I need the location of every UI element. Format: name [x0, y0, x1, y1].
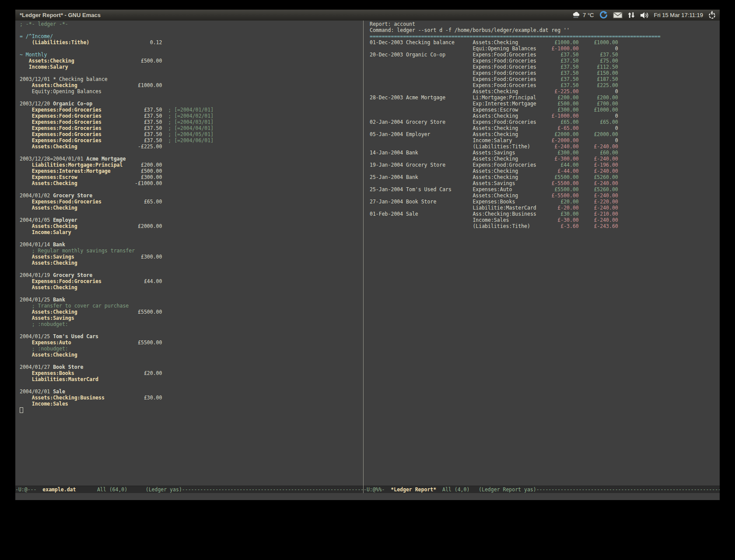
buffer-line: Expenses:Food:Groceries £37.50 ; [=2004/…	[20, 137, 359, 144]
report-row: Expens:Food:Groceries £37.50 £75.00	[370, 58, 718, 64]
report-row: Income:Salary £-2000.00 0	[370, 137, 718, 144]
report-row: Equi:Opening Balances £-1000.00 0	[370, 46, 718, 52]
buffer-line: Assets:Checking £1000.00	[20, 82, 359, 88]
report-row: 01-Feb-2004 Sale Ass:Checking:Business £…	[370, 211, 718, 217]
buffer-line: 2003/12/20 Organic Co-op	[20, 101, 359, 107]
report-row: 25-Jan-2004 Bank Assets:Checking £5500.0…	[370, 174, 718, 180]
buffer-line: Assets:Checking £500.00	[20, 58, 359, 64]
buffer-line: Assets:Savings £300.00	[20, 254, 359, 260]
top-panel: *Ledger Report* - GNU Emacs 7 °C	[15, 10, 720, 21]
report-row: 25-Jan-2004 Tom's Used Cars Expenses:Aut…	[370, 186, 718, 192]
buffer-window-example-dat[interactable]: ; -*- ledger -*-= /^Income/ (Liabilities…	[20, 21, 359, 486]
refresh-icon[interactable]	[599, 10, 608, 20]
weather-applet[interactable]: 7 °C	[572, 11, 594, 19]
network-arrows-icon[interactable]	[627, 12, 635, 18]
report-row: Expens:Food:Groceries £37.50 £187.50	[370, 76, 718, 82]
buffer-line	[20, 94, 359, 101]
report-command-line: Command: ledger --sort d -f /home/borbus…	[370, 27, 718, 33]
buffer-line: Equity:Opening Balances	[20, 88, 359, 94]
buffer-line	[20, 327, 359, 333]
report-row: Expenses:Escrow £300.00 £1000.00	[370, 107, 718, 113]
volume-icon[interactable]	[640, 12, 649, 19]
buffer-line: ; -*- ledger -*-	[20, 21, 359, 27]
buffer-window-ledger-report[interactable]: Report: account Command: ledger --sort d…	[370, 21, 718, 486]
report-row: Assets:Checking £-225.00 0	[370, 88, 718, 94]
report-row: 20-Dec-2003 Organic Co-op Expens:Food:Gr…	[370, 52, 718, 58]
buffer-line: Assets:Checking -£1000.00	[20, 180, 359, 186]
buffer-line: 2004/01/27 Book Store	[20, 364, 359, 370]
report-row: 14-Jan-2004 Bank Assets:Savings £300.00 …	[370, 150, 718, 156]
report-row: 27-Jan-2004 Book Store Expenses:Books £2…	[370, 199, 718, 205]
cursor-hollow	[20, 407, 23, 413]
buffer-line	[20, 46, 359, 52]
report-row: Assets:Checking £-44.00 £-240.00	[370, 168, 718, 174]
minibuffer[interactable]	[15, 493, 720, 500]
buffer-line: Expenses:Interest:Mortgage £500.00	[20, 168, 359, 174]
buffer-line: Income:Sales	[20, 401, 359, 407]
report-separator: ========================================…	[370, 33, 718, 39]
buffer-line: Assets:Checking	[20, 352, 359, 358]
report-row: (Liabilities:Tithe) £-240.00 £-240.00	[370, 144, 718, 150]
buffer-line: Assets:Checking:Business £30.00	[20, 395, 359, 401]
buffer-line: Assets:Checking	[20, 260, 359, 266]
buffer-line	[20, 150, 359, 156]
emacs-frame: ; -*- ledger -*-= /^Income/ (Liabilities…	[15, 21, 720, 500]
buffer-line: Assets:Checking £2000.00	[20, 223, 359, 229]
report-row: Assets:Checking £-65.00 0	[370, 125, 718, 131]
buffer-line: 2004/01/25 Bank	[20, 297, 359, 303]
buffer-line	[20, 27, 359, 33]
buffer-line: (Liabilities:Tithe) 0.12	[20, 39, 359, 46]
buffer-line: ; Regular monthly savings transfer	[20, 248, 359, 254]
report-row: Income:Sales £-30.00 £-240.00	[370, 217, 718, 223]
buffer-line: Assets:Checking -£225.00	[20, 144, 359, 150]
buffer-line	[20, 70, 359, 76]
report-row: 02-Jan-2004 Grocery Store Expens:Food:Gr…	[370, 119, 718, 125]
modeline-ledger-report[interactable]: -U:@%%- *Ledger Report* All (4,0) (Ledge…	[364, 486, 720, 493]
weather-rain-cloud-icon	[572, 11, 581, 19]
mail-icon[interactable]	[613, 12, 623, 18]
report-name-line: Report: account	[370, 21, 718, 27]
buffer-line	[20, 186, 359, 192]
window-title: *Ledger Report* - GNU Emacs	[20, 12, 101, 18]
buffer-line: Assets:Checking	[20, 205, 359, 211]
buffer-line: Expenses:Food:Groceries £65.00	[20, 199, 359, 205]
clock-label[interactable]: Fri 15 Mar 17:11:19	[654, 12, 703, 18]
buffer-line: ; :nobudget:	[20, 346, 359, 352]
buffer-line: Expenses:Food:Groceries £44.00	[20, 278, 359, 284]
buffer-line: 2004/01/02 Grocery Store	[20, 192, 359, 199]
buffer-line	[20, 211, 359, 217]
report-row: Assets:Checking £-5500.00 £-240.00	[370, 192, 718, 199]
buffer-line: Assets:Savings	[20, 315, 359, 321]
report-row: (Liabilities:Tithe) £-3.60 £-243.60	[370, 223, 718, 229]
buffer-line: 2004/01/05 Employer	[20, 217, 359, 223]
report-row: 01-Dec-2003 Checking balance Assets:Chec…	[370, 39, 718, 46]
report-row: 28-Dec-2003 Acme Mortgage Li:Mortgage:Pr…	[370, 94, 718, 101]
buffer-line: 2004/01/19 Grocery Store	[20, 272, 359, 278]
report-row: 05-Jan-2004 Employer Assets:Checking £20…	[370, 131, 718, 137]
window-divider[interactable]	[363, 21, 364, 493]
buffer-line	[20, 358, 359, 364]
buffer-line: 2004/01/14 Bank	[20, 242, 359, 248]
buffer-line: 2004/02/01 Sale	[20, 388, 359, 395]
buffer-line: ; :nobudget:	[20, 321, 359, 327]
buffer-line: Liabilities:Mortgage:Principal £200.00	[20, 162, 359, 168]
report-row: Assets:Checking £-300.00 £-240.00	[370, 156, 718, 162]
buffer-line: Liabilities:MasterCard	[20, 376, 359, 382]
buffer-line: Expenses:Food:Groceries £37.50 ; [=2004/…	[20, 125, 359, 131]
report-row: Expens:Food:Groceries £37.50 £225.00	[370, 82, 718, 88]
buffer-line: Expenses:Food:Groceries £37.50 ; [=2004/…	[20, 119, 359, 125]
report-row: Exp:Interest:Mortgage £500.00 £700.00	[370, 101, 718, 107]
report-row: Liabilitie:MasterCard £-20.00 £-240.00	[370, 205, 718, 211]
report-row: Expens:Food:Groceries £37.50 £150.00	[370, 70, 718, 76]
desktop: *Ledger Report* - GNU Emacs 7 °C	[0, 0, 735, 560]
modeline-example-dat[interactable]: -U:@--- example.dat All (64,0) (Ledger y…	[15, 486, 363, 493]
power-icon[interactable]	[708, 11, 716, 19]
buffer-line: 2003/12/01 * Checking balance	[20, 76, 359, 82]
buffer-line: Income:Salary	[20, 229, 359, 235]
buffer-line: = /^Income/	[20, 33, 359, 39]
buffer-line: Expenses:Books £20.00	[20, 370, 359, 376]
buffer-line: Income:Salary	[20, 64, 359, 70]
buffer-line: Expenses:Auto £5500.00	[20, 340, 359, 346]
buffer-line: Assets:Checking £5500.00	[20, 309, 359, 315]
system-tray: 7 °C	[572, 10, 716, 21]
